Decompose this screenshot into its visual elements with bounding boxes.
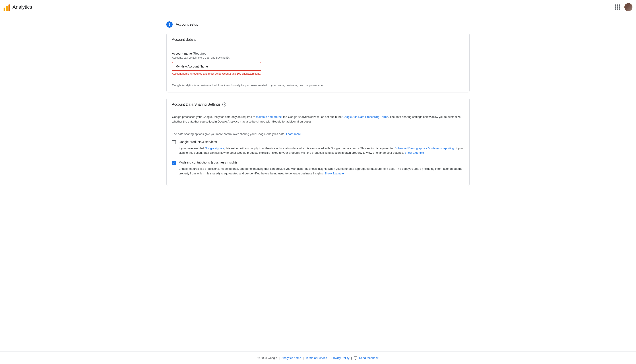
feedback-icon (354, 356, 358, 360)
account-details-body: Account name (Required) Accounts can con… (167, 46, 469, 92)
apps-dot (619, 6, 620, 8)
modeling-contributions-checkbox[interactable] (172, 161, 176, 165)
footer-copyright: © 2023 Google (257, 356, 277, 360)
google-products-desc: If you have enabled Google signals, this… (179, 146, 464, 156)
help-icon[interactable]: ? (222, 102, 226, 106)
analytics-home-link[interactable]: Analytics home (281, 356, 301, 360)
terms-of-service-link[interactable]: Terms of Service (305, 356, 327, 360)
account-details-card: Account details Account name (Required) … (166, 33, 470, 92)
main-content: 1 Account setup Account details Account … (157, 14, 479, 351)
data-sharing-title: Account Data Sharing Settings (172, 102, 221, 106)
account-name-label: Account name (Required) (172, 52, 464, 55)
field-label-text: Account name (172, 52, 192, 55)
field-hint: Accounts can contain more than one track… (172, 56, 464, 59)
apps-dot (617, 6, 618, 8)
show-example-link-1[interactable]: Show Example (405, 151, 424, 154)
maintain-protect-link[interactable]: maintain and protect (256, 115, 282, 118)
apps-dot (617, 8, 618, 10)
apps-dot (619, 8, 620, 10)
data-sharing-description: Google processes your Google Analytics d… (167, 111, 469, 128)
field-error-message: Account name is required and must be bet… (172, 72, 464, 75)
app-header: Analytics (0, 0, 636, 14)
modeling-contributions-checkbox-item: Modeling contributions & business insigh… (172, 160, 464, 176)
feedback-svg-icon (354, 356, 357, 360)
step-header: 1 Account setup (166, 22, 470, 28)
footer-sep-3: | (329, 356, 329, 360)
google-products-row: Google products & services (172, 140, 464, 144)
header-left: Analytics (4, 4, 32, 11)
step-badge: 1 (166, 22, 173, 28)
logo-bar-2 (6, 6, 8, 11)
apps-dot (617, 4, 618, 6)
svg-rect-0 (354, 357, 357, 359)
send-feedback-link[interactable]: Send feedback (359, 356, 379, 360)
logo-bar-3 (9, 4, 10, 11)
modeling-contributions-desc: Enable features like predictions, modele… (179, 167, 464, 176)
data-sharing-card: Account Data Sharing Settings ? Google p… (166, 98, 470, 186)
learn-more-link[interactable]: Learn more (286, 132, 301, 136)
google-products-label: Google products & services (179, 140, 217, 144)
step-label: Account setup (176, 22, 198, 26)
header-right (614, 3, 632, 11)
show-example-link-2[interactable]: Show Example (325, 172, 344, 175)
google-products-checkbox-item: Google products & services If you have e… (172, 140, 464, 156)
data-sharing-body: The data sharing options give you more c… (167, 128, 469, 186)
footer-sep-1: | (279, 356, 280, 360)
ads-processing-terms-link[interactable]: Google Ads Data Processing Terms (343, 115, 388, 118)
apps-dot (615, 8, 616, 10)
account-details-title: Account details (167, 33, 469, 46)
avatar-image (624, 3, 632, 11)
logo-bar-1 (4, 8, 5, 11)
enhanced-demographics-link[interactable]: Enhanced Demographics & Interests report… (395, 146, 454, 150)
business-note: Google Analytics is a business tool. Use… (172, 80, 464, 87)
footer-sep-4: | (351, 356, 352, 360)
google-products-checkbox[interactable] (172, 140, 176, 144)
data-sharing-header: Account Data Sharing Settings ? (167, 98, 469, 111)
modeling-contributions-row: Modeling contributions & business insigh… (172, 160, 464, 165)
apps-dot (615, 6, 616, 8)
privacy-policy-link[interactable]: Privacy Policy (331, 356, 350, 360)
learn-more-text: The data sharing options give you more c… (172, 132, 464, 136)
apps-button[interactable] (614, 3, 622, 11)
footer-sep-2: | (303, 356, 303, 360)
analytics-logo (4, 4, 10, 11)
user-avatar[interactable] (624, 3, 632, 11)
modeling-contributions-label: Modeling contributions & business insigh… (179, 160, 237, 164)
google-signals-link[interactable]: Google signals (205, 146, 224, 150)
page-footer: © 2023 Google | Analytics home | Terms o… (0, 351, 636, 364)
field-required: (Required) (193, 52, 207, 55)
account-name-input[interactable] (172, 62, 261, 71)
apps-grid-icon (615, 4, 620, 10)
apps-dot (619, 4, 620, 6)
apps-dot (615, 4, 616, 6)
app-title: Analytics (13, 4, 32, 10)
